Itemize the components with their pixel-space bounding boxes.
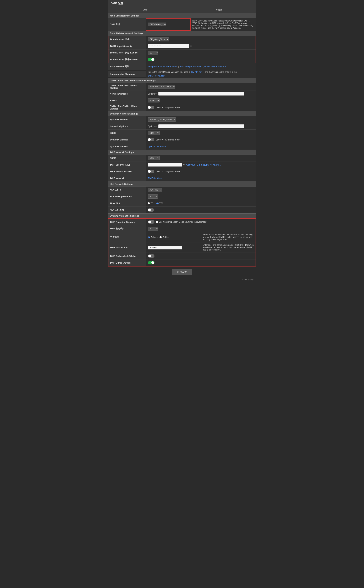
dmrplus-essid-row: ESSID: None012: [108, 97, 256, 104]
dmrplus-master-row: DMR+ / FreeDMR / HBlink Master: FreeDMR_…: [108, 83, 256, 91]
systemx-options-generator-link[interactable]: Options Generator: [148, 145, 166, 148]
systemx-master-value: SystemX_United_States SystemX_Europe: [146, 116, 256, 123]
page-title: DMR 配置: [108, 0, 256, 7]
bm-network-link1[interactable]: Hotspot/Repeater Information: [148, 65, 177, 68]
xlx-enable-toggle[interactable]: [148, 208, 154, 212]
dump-ta-value: [146, 259, 256, 266]
settings-col-header: 设置: [108, 7, 182, 13]
roaming-toggle[interactable]: [148, 220, 155, 224]
xlx-module-select[interactable]: ABCD EF: [148, 195, 158, 199]
colorcode-value: 1234 5678 910: [146, 225, 256, 232]
systemx-master-select[interactable]: SystemX_United_States SystemX_Europe: [148, 118, 176, 122]
dump-ta-row: DMR DumpTAData:: [108, 259, 256, 266]
tgif-enable-note: Uses "5" talkgroup prefix: [156, 170, 180, 173]
tgif-security-link[interactable]: Get your TGIF Security Key here...: [186, 163, 221, 166]
private-radio[interactable]: [148, 236, 150, 238]
public-radio[interactable]: [159, 236, 162, 238]
dmrplus-enable-toggle[interactable]: [148, 106, 154, 109]
bm-host-select[interactable]: BM_4601_China BM_2601_USA BM_3100_NA: [148, 37, 169, 41]
colorcode-label: DMR 彩色码：: [108, 225, 146, 232]
apply-settings-button[interactable]: 应用设置: [172, 269, 192, 275]
tgif-security-label: TGIF Security Key:: [108, 161, 146, 168]
bm-network-link2[interactable]: Edit Hotspot/Repeater (BrandMeister Self…: [180, 65, 227, 68]
dmrplus-enable-value: Uses "8" talkgroup prefix: [146, 104, 256, 111]
dmrplus-essid-select[interactable]: None012: [148, 98, 160, 103]
access-list-label: DMR Access List:: [108, 242, 146, 253]
dmrplus-enable-note: Uses "8" talkgroup prefix: [156, 106, 180, 109]
bm-enable-toggle[interactable]: [148, 58, 155, 61]
tgif-essid-row: ESSID: None012: [108, 155, 256, 161]
ts2-radio[interactable]: [156, 202, 159, 204]
section-dmrplus: DMR+ / FreeDMR / HBlink Network Settings: [108, 78, 256, 83]
systemx-options-input[interactable]: [158, 124, 244, 128]
tgif-eye-icon[interactable]: 👁: [183, 163, 185, 166]
tgif-security-value: 👁 Get your TGIF Security Key here...: [146, 161, 256, 168]
section-tgif: TGIF Network Settings: [108, 150, 256, 155]
dmr-host-label: DMR 主机：: [108, 18, 146, 31]
private-label: Private: [151, 236, 158, 238]
tgif-security-input[interactable]: [148, 163, 182, 167]
embedded-label: DMR EmbeddedLCOnly:: [108, 253, 146, 259]
roaming-row: DMR Roaming Beacon: Use Network Beacon M…: [108, 219, 256, 225]
xlx-timeslot-row: Time Slot: TS1 TS2: [108, 200, 256, 207]
bm-host-row: BrandMeister 主机： BM_4601_China BM_2601_U…: [108, 36, 256, 43]
xlx-timeslot-value: TS1 TS2: [146, 200, 256, 207]
roaming-checkbox[interactable]: [156, 221, 158, 223]
bm-eye-icon[interactable]: 👁: [190, 45, 192, 47]
bm-api-editor-link[interactable]: BM API Key Editor: [148, 75, 165, 77]
access-list-input[interactable]: [148, 246, 182, 249]
roaming-label: DMR Roaming Beacon:: [108, 219, 146, 225]
ts1-radio[interactable]: [148, 202, 150, 204]
dump-ta-toggle[interactable]: [148, 261, 155, 264]
bm-network-label: BrandMeister 网络:: [108, 63, 146, 70]
bm-essid-value: 22 None 0 1 99: [146, 50, 256, 56]
tgif-selfcare-link[interactable]: TGIF SelfCare: [148, 177, 162, 179]
xlx-module-label: XLX Startup Module:: [108, 193, 146, 200]
tgif-network-label: TGIF Network:: [108, 175, 146, 181]
colorcode-select[interactable]: 1234 5678 910: [148, 227, 158, 231]
bm-network-value: Hotspot/Repeater Information | Edit Hots…: [146, 63, 256, 70]
systemx-enable-row: SystemX Enable: Uses "4" talkgroup prefi…: [108, 136, 256, 143]
apply-btn-row: 应用设置: [108, 267, 256, 278]
dmrplus-essid-label: ESSID:: [108, 97, 146, 104]
bm-api-key-link[interactable]: BM API Key: [191, 71, 202, 73]
dump-ta-label: DMR DumpTAData:: [108, 259, 146, 266]
tgif-essid-select[interactable]: None012: [148, 156, 160, 160]
xlx-host-select[interactable]: XLX_493 XLX_001 XLX_302: [148, 188, 162, 192]
systemx-options-value: Options=: [146, 123, 256, 130]
bm-essid-select[interactable]: 22 None 0 1 99: [148, 51, 158, 55]
xlx-module-value: ABCD EF: [146, 193, 256, 200]
systemx-enable-toggle[interactable]: [148, 138, 154, 141]
section-system-wide: System-Wide DMR Settings: [108, 213, 256, 218]
tgif-security-row: TGIF Security Key: 👁 Get your TGIF Secur…: [108, 161, 256, 168]
public-label: Public: [162, 236, 169, 238]
tgif-essid-label: ESSID:: [108, 155, 146, 161]
dmrplus-master-label: DMR+ / FreeDMR / HBlink Master:: [108, 83, 146, 90]
xlx-host-label: XLX 主机：: [108, 187, 146, 193]
xlx-host-value: XLX_493 XLX_001 XLX_302: [146, 187, 256, 193]
dmrplus-enable-row: DMR+ / FreeDMR / HBlink Enable: Uses "8"…: [108, 104, 256, 111]
section-brandmeister: BrandMeister Network Settings: [108, 31, 256, 36]
section-systemx: SystemX Network Settings: [108, 111, 256, 116]
watermark: CZBN 论坛老鸟: [108, 278, 256, 282]
dmrplus-options-input[interactable]: [158, 92, 244, 96]
bm-manager-row: Brandmeister Manager: To use the BrandMe…: [108, 70, 256, 78]
dmrplus-options-row: Network Options: Options=: [108, 91, 256, 97]
bm-security-input[interactable]: [148, 44, 189, 48]
systemx-essid-row: ESSID: None012: [108, 130, 256, 136]
bm-security-row: BM Hotspot Security: 👁: [108, 43, 256, 50]
systemx-options-row: Network Options: Options=: [108, 123, 256, 130]
ts1-label: TS1: [150, 202, 155, 205]
xlx-enable-value: [146, 207, 256, 213]
bm-manager-value: To use the BrandMeister Manager, you nee…: [146, 70, 256, 78]
tgif-enable-toggle[interactable]: [148, 170, 154, 173]
bm-essid-row: BrandMeister 网络 ESSID: 22 None 0 1 99: [108, 50, 256, 56]
dmr-host-select[interactable]: DMRGateway DMRHost MMDVM: [148, 23, 166, 26]
embedded-toggle[interactable]: [148, 254, 155, 258]
dmrplus-master-select[interactable]: FreeDMR_USA-Central FreeDMR_EU DMR+_IPSC…: [148, 85, 175, 89]
systemx-network-value: Options Generator: [146, 143, 256, 150]
dmrplus-options-value: Options=: [146, 91, 256, 97]
tgif-enable-row: TGIF Nework Enable: Uses "5" talkgroup p…: [108, 168, 256, 175]
systemx-essid-select[interactable]: None012: [148, 131, 160, 135]
xlx-enable-row: XLX 主机启用：: [108, 207, 256, 213]
